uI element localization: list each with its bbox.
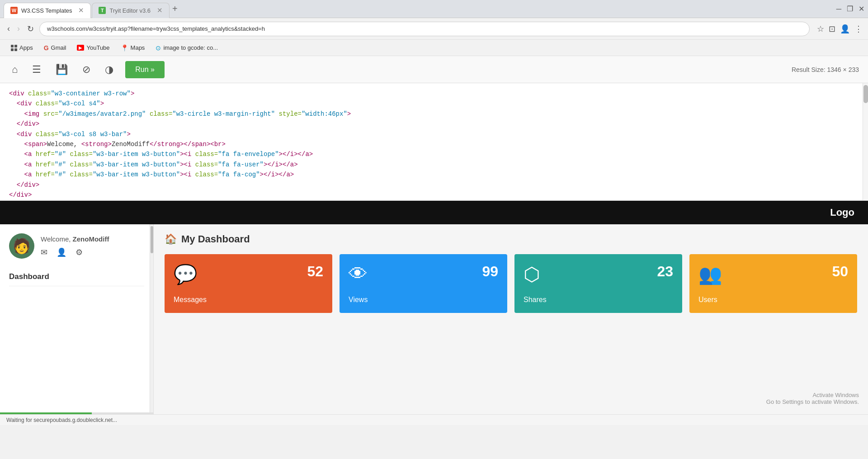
dashboard-cards: 💬 52 Messages 👁 99 Views ⬡ 23 Shares 👥 5 (165, 254, 857, 313)
code-line-7: <a href="#" class="w3-bar-item w3-button… (9, 149, 859, 159)
sidebar-dashboard-label: Dashboard (9, 272, 49, 281)
sidebar-item-dashboard[interactable]: Dashboard (9, 268, 144, 286)
home-button[interactable]: ⌂ (9, 61, 20, 78)
tab-title-tryit: Tryit Editor v3.6 (109, 7, 151, 14)
tab-favicon-tryit: T (99, 7, 106, 14)
avatar: 🧑 (9, 233, 34, 259)
user-button[interactable]: 👤 (57, 247, 66, 257)
close-button[interactable]: ✕ (859, 5, 864, 13)
forward-button[interactable]: › (15, 22, 22, 35)
account-button[interactable]: 👤 (840, 24, 850, 34)
user-actions: ✉ 👤 ⚙ (41, 247, 109, 257)
users-count: 50 (832, 263, 848, 280)
bookmark-apps-label: Apps (19, 44, 33, 51)
tab-favicon-w3css: W (10, 7, 18, 14)
youtube-icon: ▶ (77, 45, 84, 51)
code-line-2: <div class="w3-col s4"> (9, 99, 859, 109)
settings-button[interactable]: ⚙ (75, 247, 83, 257)
tab-title-w3css: W3.CSS Templates (21, 7, 72, 14)
address-bar[interactable]: w3schools.com/w3css/tryit.asp?filename=t… (39, 22, 810, 36)
shares-count: 23 (657, 263, 673, 280)
back-button[interactable]: ‹ (5, 22, 12, 35)
preview-frame: Logo 🧑 Welcome, ZenoModiff ✉ (0, 201, 868, 414)
new-tab-button[interactable]: + (172, 4, 178, 14)
code-line-4: </div> (9, 119, 859, 129)
minimize-button[interactable]: ─ (836, 5, 841, 13)
code-line-9: <a href="#" class="w3-bar-item w3-button… (9, 170, 859, 180)
save-button[interactable]: 💾 (53, 61, 71, 78)
bookmark-gmail[interactable]: G Gmail (39, 43, 71, 53)
sidebar-scroll-bar[interactable] (150, 224, 153, 414)
username-text: ZenoModiff (73, 235, 109, 243)
restore-button[interactable]: ❐ (847, 5, 853, 13)
sidebar-progress-fill (0, 412, 92, 414)
sidebar-nav: Dashboard (9, 268, 144, 286)
code-line-10: </div> (9, 180, 859, 190)
bookmark-button[interactable]: ☆ (817, 24, 824, 34)
gmail-icon: G (44, 44, 49, 52)
bookmarks-bar: Apps G Gmail ▶ YouTube 📍 Maps ⊙ image to… (0, 40, 868, 56)
bookmark-gmail-label: Gmail (51, 44, 66, 51)
status-text: Waiting for securepoubads.g.doubleclick.… (6, 417, 117, 423)
editor-toolbar: ⌂ ☰ 💾 ⊘ ◑ Run » Result Size: 1346 × 233 (0, 56, 868, 83)
preview-content: 🧑 Welcome, ZenoModiff ✉ 👤 ⚙ Dashb (0, 224, 868, 414)
run-button[interactable]: Run » (125, 61, 165, 78)
sidebar-scroll-thumb[interactable] (151, 226, 153, 253)
user-info: Welcome, ZenoModiff ✉ 👤 ⚙ (41, 235, 109, 257)
tab-tryit[interactable]: T Tryit Editor v3.6 ✕ (92, 3, 170, 18)
tab-w3css[interactable]: W W3.CSS Templates ✕ (4, 3, 91, 18)
menu-button[interactable]: ⋮ (854, 24, 863, 34)
user-profile: 🧑 Welcome, ZenoModiff ✉ 👤 ⚙ (9, 233, 144, 259)
messages-count: 52 (307, 263, 323, 280)
code-line-5: <div class="w3-col s8 w3-bar"> (9, 129, 859, 139)
extension-button[interactable]: ⊡ (829, 24, 835, 34)
tab-close-tryit[interactable]: ✕ (157, 6, 163, 14)
result-height: 233 (849, 66, 859, 73)
contrast-button[interactable]: ◑ (102, 61, 116, 78)
shares-icon: ⬡ (524, 263, 540, 285)
card-users: 👥 50 Users (689, 254, 857, 313)
editor-container: ⌂ ☰ 💾 ⊘ ◑ Run » Result Size: 1346 × 233 … (0, 56, 868, 201)
users-label: Users (698, 296, 717, 304)
bookmark-image-gcode[interactable]: ⊙ image to gcode: co... (151, 43, 222, 53)
code-line-11: </div> (9, 190, 859, 200)
url-text: w3schools.com/w3css/tryit.asp?filename=t… (47, 25, 265, 32)
maps-icon: 📍 (121, 44, 128, 52)
users-icon: 👥 (698, 263, 722, 285)
sidebar-progress (0, 412, 153, 414)
status-bar: Waiting for securepoubads.g.doubleclick.… (0, 414, 868, 425)
dashboard-title: 🏠 My Dashboard (165, 233, 857, 245)
bookmark-maps-label: Maps (131, 44, 145, 51)
shares-label: Shares (524, 296, 547, 304)
title-bar: W W3.CSS Templates ✕ T Tryit Editor v3.6… (0, 0, 868, 18)
logo-text: Logo (830, 207, 854, 218)
code-line-8: <a href="#" class="w3-bar-item w3-button… (9, 160, 859, 170)
editor-scrollbar[interactable] (863, 83, 868, 200)
result-size-display: Result Size: 1346 × 233 (792, 66, 859, 73)
code-editor[interactable]: <div class="w3-container w3-row"> <div c… (0, 83, 868, 201)
reload-button[interactable]: ↻ (25, 22, 36, 36)
code-line-1: <div class="w3-container w3-row"> (9, 89, 859, 99)
code-line-6: <span>Welcome, <strong>ZenoModiff</stron… (9, 139, 859, 149)
window-controls: ─ ❐ ✕ (836, 5, 864, 13)
result-x: × (843, 66, 847, 73)
rotate-button[interactable]: ⊘ (80, 61, 93, 78)
bookmark-maps[interactable]: 📍 Maps (116, 43, 150, 53)
bookmark-apps[interactable]: Apps (6, 43, 38, 53)
messages-icon: 💬 (174, 263, 197, 285)
result-size-label: Result Size: (792, 66, 826, 73)
run-button-label: Run » (135, 66, 155, 74)
menu-toggle-button[interactable]: ☰ (29, 61, 44, 78)
envelope-button[interactable]: ✉ (41, 247, 47, 257)
card-shares: ⬡ 23 Shares (514, 254, 682, 313)
bookmark-youtube[interactable]: ▶ YouTube (72, 43, 114, 53)
views-count: 99 (482, 263, 498, 280)
bookmark-gcode-label: image to gcode: co... (163, 44, 218, 51)
nav-bar: ‹ › ↻ w3schools.com/w3css/tryit.asp?file… (0, 18, 868, 40)
code-line-3: <img src="/w3images/avatar2.png" class="… (9, 109, 859, 119)
scrollbar-thumb[interactable] (863, 85, 868, 103)
card-views: 👁 99 Views (340, 254, 507, 313)
messages-label: Messages (174, 296, 207, 304)
tab-close-w3css[interactable]: ✕ (78, 6, 84, 14)
browser-frame: W W3.CSS Templates ✕ T Tryit Editor v3.6… (0, 0, 868, 56)
